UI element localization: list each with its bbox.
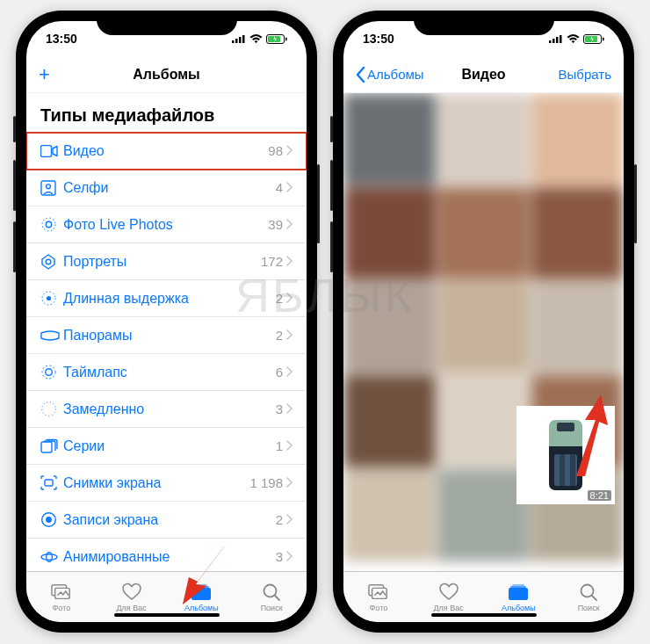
video-thumbnail[interactable]: [343, 281, 436, 373]
tab-search[interactable]: Поиск: [236, 572, 307, 622]
burst-icon: [40, 438, 63, 453]
svg-point-17: [42, 402, 56, 416]
svg-rect-30: [549, 40, 552, 43]
svg-rect-39: [509, 588, 528, 600]
media-row-burst[interactable]: Серии 1: [26, 428, 307, 465]
row-label: Панорамы: [63, 328, 276, 344]
tab-photos[interactable]: Фото: [26, 572, 97, 622]
add-button[interactable]: +: [39, 63, 50, 86]
tab-photos[interactable]: Фото: [343, 572, 414, 622]
status-icons: [232, 34, 287, 44]
home-indicator[interactable]: [431, 613, 537, 617]
chevron-right-icon: [286, 144, 292, 158]
select-button[interactable]: Выбрать: [559, 67, 611, 82]
nav-bar: Альбомы Видео Выбрать: [343, 56, 624, 93]
scroll-content[interactable]: Типы медиафайлов Видео 98 Селфи 4 Фото L…: [26, 93, 307, 571]
svg-point-12: [46, 259, 51, 264]
video-thumbnail[interactable]: [437, 187, 530, 279]
svg-point-11: [42, 218, 55, 231]
tab-label: Поиск: [261, 604, 283, 612]
svg-point-10: [46, 221, 51, 227]
chevron-right-icon: [286, 292, 292, 306]
media-row-video[interactable]: Видео 98: [26, 133, 307, 170]
callout-arrow-tabs: [180, 527, 242, 610]
video-thumbnail[interactable]: [343, 375, 436, 467]
panorama-icon: [40, 330, 63, 341]
svg-rect-41: [512, 584, 524, 586]
chevron-right-icon: [286, 402, 292, 416]
video-thumbnail[interactable]: [437, 469, 530, 561]
video-thumbnail[interactable]: [437, 375, 530, 467]
svg-rect-1: [235, 39, 238, 43]
screenrec-icon: [40, 511, 63, 528]
row-label: Таймлапс: [63, 365, 276, 380]
status-bar: 13:50: [343, 21, 624, 56]
media-row-slowmo[interactable]: Замедленно 3: [26, 391, 307, 428]
video-thumbnail[interactable]: [437, 93, 530, 185]
video-thumbnail[interactable]: [531, 281, 624, 373]
chevron-right-icon: [286, 365, 292, 380]
row-count: 172: [261, 254, 283, 269]
video-thumbnail[interactable]: [343, 187, 436, 279]
wifi-icon: [567, 34, 580, 44]
svg-rect-36: [603, 37, 604, 40]
row-label: Селфи: [63, 180, 276, 196]
nav-bar: + Альбомы: [26, 56, 307, 93]
chevron-right-icon: [286, 513, 292, 527]
svg-point-22: [41, 554, 57, 560]
video-thumbnail[interactable]: [343, 469, 436, 561]
clock: 13:50: [46, 32, 77, 46]
tab-label: Для Вас: [434, 604, 464, 612]
media-row-live[interactable]: Фото Live Photos 39: [26, 206, 307, 243]
chevron-left-icon: [356, 67, 365, 83]
svg-point-9: [47, 184, 51, 188]
svg-rect-7: [41, 145, 52, 156]
tab-icon: [261, 582, 282, 602]
row-label: Замедленно: [63, 402, 276, 417]
row-count: 6: [276, 365, 283, 380]
row-count: 4: [276, 180, 283, 195]
chevron-right-icon: [286, 255, 292, 269]
tab-search[interactable]: Поиск: [553, 572, 624, 622]
tab-icon: [368, 582, 389, 602]
battery-icon: [583, 34, 604, 44]
video-grid[interactable]: 8:21: [343, 93, 624, 571]
status-bar: 13:50: [26, 21, 307, 56]
row-count: 39: [268, 217, 283, 232]
svg-rect-8: [41, 181, 55, 195]
media-row-longexp[interactable]: Длинная выдержка 2: [26, 280, 307, 317]
chevron-right-icon: [286, 218, 292, 232]
media-row-portrait[interactable]: Портреты 172: [26, 243, 307, 280]
media-row-animated[interactable]: Анимированные 3: [26, 539, 307, 571]
signal-icon: [232, 34, 246, 43]
media-row-timelapse[interactable]: Таймлапс 6: [26, 354, 307, 391]
media-row-selfie[interactable]: Селфи 4: [26, 170, 307, 206]
back-button[interactable]: Альбомы: [356, 67, 424, 83]
tab-icon: [438, 582, 459, 602]
svg-rect-0: [232, 40, 235, 43]
chevron-right-icon: [286, 550, 292, 564]
video-thumbnail[interactable]: [531, 187, 624, 279]
callout-arrow-thumb: [559, 394, 613, 481]
svg-rect-40: [510, 586, 526, 588]
row-label: Портреты: [63, 254, 261, 270]
two-phone-layout: 13:50 + Альбомы Типы медиафайлов Видео 9…: [0, 0, 650, 643]
home-indicator[interactable]: [114, 613, 220, 617]
tab-label: Для Вас: [117, 604, 147, 612]
tab-icon: [121, 582, 142, 602]
phone-right: 13:50 Альбомы Видео Выбрать: [333, 11, 634, 633]
chevron-right-icon: [286, 329, 292, 343]
row-count: 1: [276, 438, 283, 453]
media-row-panorama[interactable]: Панорамы 2: [26, 317, 307, 354]
svg-point-15: [42, 365, 55, 379]
screenshot-icon: [40, 475, 63, 490]
video-thumbnail[interactable]: [343, 93, 436, 185]
portrait-icon: [40, 254, 63, 270]
media-row-screenrec[interactable]: Записи экрана 2: [26, 502, 307, 539]
video-thumbnail[interactable]: [437, 281, 530, 373]
signal-icon: [549, 34, 563, 43]
video-thumbnail[interactable]: [531, 93, 624, 185]
svg-point-16: [46, 369, 53, 376]
wifi-icon: [249, 34, 263, 44]
media-row-screenshot[interactable]: Снимки экрана 1 198: [26, 465, 307, 502]
